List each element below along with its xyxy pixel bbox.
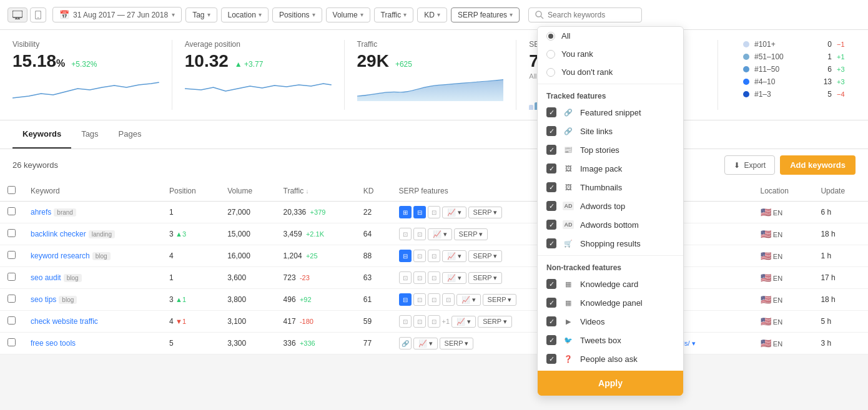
legend-dot-1-3 xyxy=(743,91,749,97)
row-keyword: seo tipsblog xyxy=(23,289,162,311)
serp-icon-2: ⊡ xyxy=(413,271,426,284)
trend-button[interactable]: 📈 ▾ xyxy=(442,250,466,262)
export-button[interactable]: ⬇ Export xyxy=(724,155,775,175)
dd-label-you-dont-rank: You don't rank xyxy=(561,67,613,77)
location-filter[interactable]: Location ▾ xyxy=(221,7,269,22)
toolbar-actions: ⬇ Export Add keywords xyxy=(724,155,856,175)
mobile-btn[interactable] xyxy=(30,7,46,22)
select-all-checkbox[interactable] xyxy=(7,186,16,194)
row-volume: 16,000 xyxy=(220,245,275,267)
serp-icon-3: ⊡ xyxy=(428,293,440,306)
row-checkbox xyxy=(0,245,23,267)
avg-position-label: Average position xyxy=(185,40,332,49)
dd-knowledge-panel[interactable]: ✓ ▦ Knowledge panel xyxy=(538,293,683,312)
dd-adwords-top[interactable]: ✓ AD Adwords top xyxy=(538,197,683,215)
date-range-label: 31 Aug 2017 — 27 Jun 2018 xyxy=(73,11,168,19)
legend-dot-4-10 xyxy=(743,79,749,85)
dd-option-all[interactable]: All xyxy=(538,27,683,45)
device-switcher xyxy=(7,7,46,22)
dd-people-also-ask[interactable]: ✓ ❓ People also ask xyxy=(538,349,683,354)
dd-shopping[interactable]: ✓ 🛒 Shopping results xyxy=(538,234,683,253)
row-keyword: backlink checkerlanding xyxy=(23,223,162,245)
dd-tweets-box[interactable]: ✓ 🐦 Tweets box xyxy=(538,331,683,349)
row-keyword: free seo tools xyxy=(23,333,162,354)
row-update: 18 h xyxy=(813,223,868,245)
serp-features-dropdown: All You rank You don't rank Tracked feat… xyxy=(537,26,684,354)
tab-tags[interactable]: Tags xyxy=(71,120,108,149)
volume-filter[interactable]: Volume ▾ xyxy=(326,7,370,22)
adwords-bottom-icon: AD xyxy=(563,220,574,229)
serp-features-filter[interactable]: SERP features ▾ xyxy=(451,7,520,22)
serp-button[interactable]: SERP ▾ xyxy=(468,272,503,284)
chevron-icon: ▾ xyxy=(207,11,210,18)
toolbar: 📅 31 Aug 2017 — 27 Jun 2018 ▾ Tag ▾ Loca… xyxy=(0,0,868,30)
dd-knowledge-card[interactable]: ✓ ▦ Knowledge card xyxy=(538,275,683,293)
dd-thumbnails[interactable]: ✓ 🖼 Thumbnails xyxy=(538,178,683,197)
visibility-block: Visibility 15.18% +5.32% xyxy=(12,40,172,110)
dd-image-pack[interactable]: ✓ 🖼 Image pack xyxy=(538,159,683,178)
row-checkbox xyxy=(0,289,23,311)
positions-filter-label: Positions xyxy=(279,11,310,19)
dd-label-shopping: Shopping results xyxy=(580,239,641,248)
serp-button[interactable]: SERP ▾ xyxy=(478,316,512,328)
dd-featured-snippet[interactable]: ✓ 🔗 Featured snippet xyxy=(538,103,683,122)
trend-button[interactable]: 📈 ▾ xyxy=(456,294,481,306)
tweets-box-icon: 🐦 xyxy=(563,336,574,344)
trend-button[interactable]: 📈 ▾ xyxy=(451,316,476,328)
avg-position-change: ▲ +3.77 xyxy=(235,60,264,69)
row-traffic: 417 -180 xyxy=(276,311,356,333)
desktop-btn[interactable] xyxy=(7,7,27,22)
legend-dot-101plus xyxy=(743,41,749,47)
serp-features-label: SERP features xyxy=(458,11,507,19)
legend-101plus: #101+ 0 −1 xyxy=(743,40,856,49)
search-input[interactable] xyxy=(548,11,635,19)
dd-label-you-rank: You rank xyxy=(561,49,593,59)
dd-adwords-bottom[interactable]: ✓ AD Adwords bottom xyxy=(538,215,683,234)
check-tweets-box: ✓ xyxy=(546,335,556,345)
row-location: 🇺🇸 EN xyxy=(753,333,814,354)
serp-button[interactable]: SERP ▾ xyxy=(468,207,503,218)
add-keywords-button[interactable]: Add keywords xyxy=(780,155,856,175)
row-traffic: 20,336 +379 xyxy=(276,202,356,223)
row-kd: 77 xyxy=(356,333,392,354)
serp-button[interactable]: SERP ▾ xyxy=(468,250,503,262)
svg-line-7 xyxy=(541,16,543,19)
traffic-chart xyxy=(357,76,504,107)
trend-button[interactable]: 📈 ▾ xyxy=(428,228,452,240)
trend-button[interactable]: 📈 ▾ xyxy=(413,338,438,349)
sort-icon: ↓ xyxy=(306,188,309,195)
date-range-filter[interactable]: 📅 31 Aug 2017 — 27 Jun 2018 ▾ xyxy=(52,7,182,22)
check-shopping: ✓ xyxy=(546,238,556,248)
serp-button[interactable]: SERP ▾ xyxy=(454,228,488,240)
row-location: 🇺🇸 EN xyxy=(753,267,814,289)
serp-button[interactable]: SERP ▾ xyxy=(483,294,517,306)
traffic-filter[interactable]: Traffic ▾ xyxy=(374,7,414,22)
chevron-icon: ▾ xyxy=(510,11,513,18)
row-traffic: 723 -23 xyxy=(276,267,356,289)
dd-site-links[interactable]: ✓ 🔗 Site links xyxy=(538,122,683,140)
row-update: 5 h xyxy=(813,311,868,333)
trend-button[interactable]: 📈 ▾ xyxy=(442,207,466,218)
traffic-value: 29K xyxy=(357,51,389,71)
serp-icon-2: ⊡ xyxy=(413,293,426,306)
dd-option-you-dont-rank[interactable]: You don't rank xyxy=(538,63,683,81)
dd-top-stories[interactable]: ✓ 📰 Top stories xyxy=(538,140,683,159)
tab-keywords[interactable]: Keywords xyxy=(12,120,71,149)
kd-filter[interactable]: KD ▾ xyxy=(417,7,447,22)
kd-filter-label: KD xyxy=(424,11,435,19)
trend-button[interactable]: 📈 ▾ xyxy=(442,272,466,284)
dd-label-featured-snippet: Featured snippet xyxy=(580,108,641,117)
serp-button[interactable]: SERP ▾ xyxy=(440,338,474,349)
th-traffic: Traffic ↓ xyxy=(276,181,356,202)
row-position: 4 xyxy=(162,245,220,267)
dd-option-you-rank[interactable]: You rank xyxy=(538,45,683,63)
th-checkbox xyxy=(0,181,23,202)
positions-filter[interactable]: Positions ▾ xyxy=(272,7,322,22)
legend-dot-51-100 xyxy=(743,54,749,60)
tab-pages[interactable]: Pages xyxy=(109,120,152,149)
row-update: 6 h xyxy=(813,202,868,223)
tag-filter[interactable]: Tag ▾ xyxy=(185,7,217,22)
non-tracked-features-label: Non-tracked features xyxy=(538,258,683,275)
top-stories-icon: 📰 xyxy=(563,145,574,154)
dd-videos[interactable]: ✓ ▶ Videos xyxy=(538,312,683,331)
